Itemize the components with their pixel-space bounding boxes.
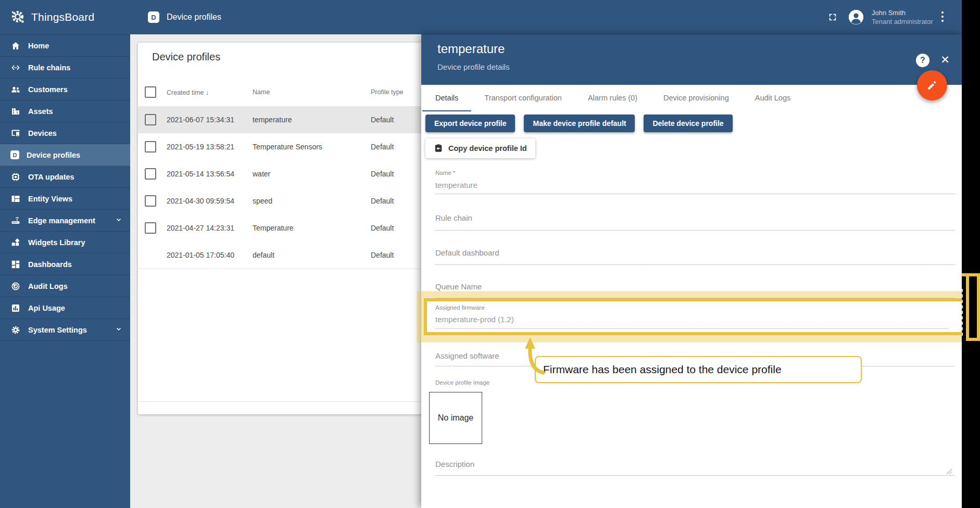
device-profile-details-panel: temperature Device profile details ? ✕ D… bbox=[421, 34, 962, 508]
column-created-time[interactable]: Created time ↓ bbox=[167, 88, 209, 96]
device-profile-image-label: Device profile image bbox=[435, 379, 489, 386]
cell-name: Temperature bbox=[253, 224, 294, 232]
avatar[interactable] bbox=[849, 10, 863, 24]
sidebar-item-dashboards[interactable]: Dashboards bbox=[0, 253, 130, 275]
sidebar-item-system-settings[interactable]: System Settings bbox=[0, 319, 130, 341]
widgets-library-icon bbox=[10, 237, 21, 248]
row-checkbox[interactable] bbox=[145, 222, 156, 234]
cell-created-time: 2021-05-14 13:56:54 bbox=[167, 170, 234, 178]
sidebar-item-devices[interactable]: Devices bbox=[0, 122, 130, 144]
sidebar-item-label: Device profiles bbox=[27, 151, 80, 159]
sidebar-item-label: Entity Views bbox=[28, 195, 72, 203]
sidebar-item-label: System Settings bbox=[28, 326, 87, 334]
close-icon[interactable]: ✕ bbox=[939, 53, 951, 67]
row-checkbox[interactable] bbox=[145, 168, 156, 180]
sidebar-item-audit-logs[interactable]: Audit Logs bbox=[0, 275, 130, 297]
sidebar: ThingsBoard Home Rule chains Customers A… bbox=[0, 0, 130, 508]
row-checkbox[interactable] bbox=[145, 141, 156, 153]
panel-title: temperature bbox=[437, 42, 505, 56]
user-role: Tenant administrator bbox=[872, 17, 933, 26]
copy-id-icon bbox=[434, 144, 443, 153]
copy-device-profile-id-button[interactable]: Copy device profile Id bbox=[425, 138, 535, 158]
home-icon bbox=[10, 41, 21, 51]
dashboards-icon bbox=[10, 259, 21, 270]
select-all-checkbox[interactable] bbox=[145, 86, 156, 98]
rule-chain-field[interactable]: Rule chain bbox=[435, 213, 472, 222]
more-vert-icon[interactable] bbox=[941, 11, 944, 24]
devices-icon bbox=[10, 128, 21, 138]
system-settings-icon bbox=[10, 325, 21, 335]
clipped-highlight-fragment bbox=[966, 276, 969, 341]
cell-created-time: 2021-05-19 13:58:21 bbox=[167, 143, 234, 151]
row-checkbox[interactable] bbox=[145, 195, 156, 207]
sidebar-item-label: Edge management bbox=[28, 217, 95, 225]
sidebar-item-label: Rule chains bbox=[28, 63, 70, 72]
screen-edge-strip bbox=[962, 0, 980, 508]
cell-profile-type: Default bbox=[371, 251, 394, 259]
queue-name-field[interactable]: Queue Name bbox=[435, 282, 482, 291]
edit-fab-button[interactable] bbox=[917, 70, 947, 100]
sidebar-item-home[interactable]: Home bbox=[0, 35, 130, 57]
tab-transport-configuration[interactable]: Transport configuration bbox=[471, 84, 575, 111]
description-field[interactable]: Description bbox=[435, 460, 474, 468]
chevron-down-icon[interactable] bbox=[115, 216, 123, 224]
device-profile-image-dropzone[interactable]: No image bbox=[429, 392, 482, 444]
no-image-text: No image bbox=[438, 413, 473, 423]
tab-details[interactable]: Details bbox=[422, 84, 471, 111]
sidebar-item-label: Audit Logs bbox=[28, 282, 68, 290]
sidebar-item-edge-management[interactable]: Edge management bbox=[0, 210, 130, 232]
assigned-software-field[interactable]: Assigned software bbox=[435, 351, 499, 360]
tab-alarm-rules[interactable]: Alarm rules (0) bbox=[575, 84, 650, 111]
help-icon[interactable]: ? bbox=[916, 54, 929, 67]
thingsboard-gear-icon bbox=[10, 9, 26, 25]
clipped-highlight-fragment bbox=[966, 338, 980, 341]
default-dashboard-field[interactable]: Default dashboard bbox=[435, 248, 499, 257]
user-info[interactable]: John Smith Tenant administrator bbox=[872, 8, 933, 26]
app-logo[interactable]: ThingsBoard bbox=[0, 0, 130, 34]
chevron-down-icon[interactable] bbox=[115, 325, 123, 334]
edge-management-icon bbox=[10, 215, 21, 226]
assigned-firmware-value[interactable]: temperature-prod (1.2) bbox=[435, 315, 514, 324]
name-field-value[interactable]: temperature bbox=[435, 181, 478, 189]
make-default-button[interactable]: Make device profile default bbox=[524, 115, 635, 132]
assigned-firmware-field-highlight: Assigned firmware temperature-prod (1.2) bbox=[424, 298, 966, 335]
cell-profile-type: Default bbox=[371, 170, 394, 178]
sidebar-item-label: Devices bbox=[28, 129, 57, 137]
cell-name: temperature bbox=[253, 116, 292, 124]
row-checkbox[interactable] bbox=[145, 114, 156, 125]
name-field-underline bbox=[435, 194, 954, 194]
cell-created-time: 2021-01-05 17:05:40 bbox=[167, 251, 234, 259]
rule-chain-underline bbox=[435, 230, 954, 231]
cell-profile-type: Default bbox=[371, 116, 394, 124]
default-dashboard-underline bbox=[435, 264, 954, 265]
assigned-firmware-underline bbox=[435, 328, 948, 329]
sidebar-item-widgets-library[interactable]: Widgets Library bbox=[0, 232, 130, 253]
sidebar-item-entity-views[interactable]: Entity Views bbox=[0, 188, 130, 210]
description-underline bbox=[435, 475, 954, 476]
column-name[interactable]: Name bbox=[253, 88, 270, 96]
tab-audit-logs[interactable]: Audit Logs bbox=[742, 84, 804, 111]
column-profile-type[interactable]: Profile type bbox=[371, 88, 404, 96]
sidebar-item-customers[interactable]: Customers bbox=[0, 79, 130, 100]
sort-desc-icon: ↓ bbox=[206, 88, 209, 96]
fullscreen-icon[interactable] bbox=[828, 12, 837, 22]
sidebar-item-label: Dashboards bbox=[28, 260, 72, 269]
cell-created-time: 2021-06-07 15:34:31 bbox=[167, 116, 234, 124]
sidebar-item-rule-chains[interactable]: Rule chains bbox=[0, 57, 130, 79]
user-name: John Smith bbox=[872, 8, 933, 17]
clipped-highlight-fragment bbox=[962, 289, 963, 336]
sidebar-item-device-profiles[interactable]: D Device profiles bbox=[0, 144, 130, 166]
table-title: Device profiles bbox=[152, 51, 220, 63]
tab-device-provisioning[interactable]: Device provisioning bbox=[650, 84, 742, 111]
sidebar-item-ota-updates[interactable]: OTA updates bbox=[0, 166, 130, 188]
device-profiles-icon: D bbox=[148, 11, 159, 23]
export-device-profile-button[interactable]: Export device profile bbox=[425, 115, 515, 132]
topbar: D Device profiles John Smith Tenant admi… bbox=[130, 0, 962, 34]
sidebar-item-label: Customers bbox=[28, 85, 68, 94]
sidebar-item-assets[interactable]: Assets bbox=[0, 100, 130, 122]
name-field-label: Name * bbox=[435, 170, 455, 176]
delete-device-profile-button[interactable]: Delete device profile bbox=[644, 115, 732, 132]
textarea-resize-handle-icon[interactable] bbox=[946, 468, 952, 475]
sidebar-item-api-usage[interactable]: Api Usage bbox=[0, 297, 130, 319]
cell-profile-type: Default bbox=[371, 197, 394, 205]
